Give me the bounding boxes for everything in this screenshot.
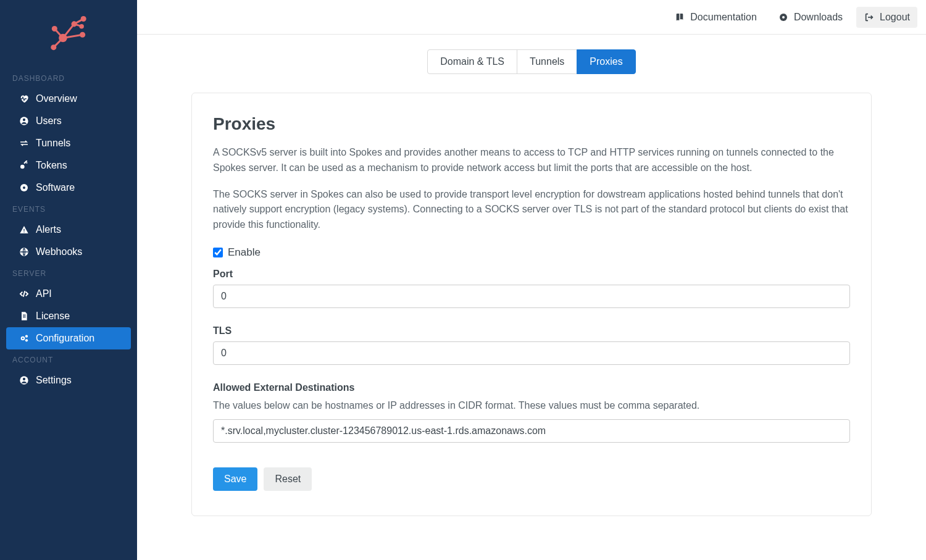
sidebar-item-label: Webhooks bbox=[36, 246, 82, 258]
sidebar-section-title: SERVER bbox=[0, 263, 137, 283]
sidebar-item-api[interactable]: API bbox=[0, 283, 137, 305]
globe-icon bbox=[19, 247, 30, 257]
sidebar-section-title: DASHBOARD bbox=[0, 68, 137, 88]
port-input[interactable] bbox=[213, 285, 850, 308]
sidebar-item-alerts[interactable]: Alerts bbox=[0, 219, 137, 241]
svg-point-15 bbox=[20, 165, 25, 169]
svg-point-6 bbox=[59, 34, 67, 43]
sidebar-item-configuration[interactable]: Configuration bbox=[6, 327, 131, 349]
svg-point-8 bbox=[52, 26, 57, 31]
topbar: Documentation Downloads Logout bbox=[137, 0, 926, 35]
logout-label: Logout bbox=[880, 12, 910, 23]
sidebar-item-label: Overview bbox=[36, 93, 77, 105]
enable-row[interactable]: Enable bbox=[213, 246, 850, 259]
description-1: A SOCKSv5 server is built into Spokes an… bbox=[213, 145, 850, 176]
proxies-card: Proxies A SOCKSv5 server is built into S… bbox=[191, 93, 872, 516]
downloads-label: Downloads bbox=[794, 12, 843, 23]
sidebar-item-users[interactable]: Users bbox=[0, 110, 137, 132]
exchange-icon bbox=[19, 138, 30, 148]
sidebar-item-label: Software bbox=[36, 182, 75, 194]
allowed-input[interactable] bbox=[213, 419, 850, 443]
sidebar-item-label: Tokens bbox=[36, 159, 67, 172]
downloads-link[interactable]: Downloads bbox=[770, 7, 850, 28]
network-logo-icon bbox=[45, 12, 92, 54]
logout-button[interactable]: Logout bbox=[856, 7, 917, 28]
tabs: Domain & TLSTunnelsProxies bbox=[161, 49, 903, 74]
disc-icon bbox=[778, 12, 789, 22]
sidebar-item-settings[interactable]: Settings bbox=[0, 369, 137, 391]
svg-point-30 bbox=[782, 16, 785, 19]
enable-label: Enable bbox=[228, 246, 261, 259]
description-2: The SOCKS server in Spokes can also be u… bbox=[213, 187, 850, 233]
sidebar-item-label: Configuration bbox=[36, 332, 94, 345]
tab-tunnels[interactable]: Tunnels bbox=[517, 49, 577, 74]
svg-point-24 bbox=[22, 338, 23, 339]
svg-point-19 bbox=[23, 186, 25, 189]
tab-proxies[interactable]: Proxies bbox=[577, 49, 635, 74]
svg-rect-20 bbox=[23, 229, 24, 231]
tls-label: TLS bbox=[213, 325, 850, 336]
documentation-label: Documentation bbox=[690, 12, 757, 23]
sidebar: DASHBOARDOverviewUsersTunnelsTokensSoftw… bbox=[0, 0, 137, 560]
enable-checkbox[interactable] bbox=[213, 248, 223, 257]
sidebar-item-webhooks[interactable]: Webhooks bbox=[0, 241, 137, 263]
warning-icon bbox=[19, 225, 30, 235]
sidebar-item-overview[interactable]: Overview bbox=[0, 88, 137, 110]
code-icon bbox=[19, 289, 30, 299]
svg-point-26 bbox=[25, 339, 28, 341]
sidebar-item-label: API bbox=[36, 288, 52, 300]
svg-point-10 bbox=[81, 16, 86, 22]
key-icon bbox=[19, 161, 30, 170]
disc-icon bbox=[19, 183, 30, 193]
allowed-label: Allowed External Destinations bbox=[213, 382, 850, 393]
sidebar-item-tokens[interactable]: Tokens bbox=[0, 154, 137, 177]
book-icon bbox=[674, 12, 685, 22]
reset-button[interactable]: Reset bbox=[264, 467, 312, 491]
sidebar-item-label: Settings bbox=[36, 374, 72, 387]
user-circle-icon bbox=[19, 375, 30, 385]
sidebar-item-label: Tunnels bbox=[36, 137, 70, 149]
sidebar-item-label: License bbox=[36, 310, 70, 322]
sidebar-item-license[interactable]: License bbox=[0, 305, 137, 327]
documentation-link[interactable]: Documentation bbox=[667, 7, 764, 28]
cogs-icon bbox=[19, 333, 30, 343]
save-button[interactable]: Save bbox=[213, 467, 257, 491]
sidebar-item-software[interactable]: Software bbox=[0, 177, 137, 199]
sidebar-item-label: Users bbox=[36, 115, 62, 127]
file-icon bbox=[19, 311, 30, 321]
svg-point-14 bbox=[23, 119, 25, 121]
port-label: Port bbox=[213, 269, 850, 280]
sidebar-section-title: ACCOUNT bbox=[0, 349, 137, 369]
heartbeat-icon bbox=[19, 94, 30, 104]
sidebar-item-label: Alerts bbox=[36, 224, 61, 236]
tab-domain-tls[interactable]: Domain & TLS bbox=[427, 49, 517, 74]
svg-point-25 bbox=[25, 335, 28, 338]
tls-input[interactable] bbox=[213, 341, 850, 365]
svg-point-9 bbox=[72, 21, 77, 27]
svg-point-7 bbox=[51, 44, 56, 50]
svg-point-28 bbox=[23, 378, 25, 380]
svg-point-11 bbox=[79, 24, 84, 29]
logout-icon bbox=[864, 12, 875, 22]
svg-rect-17 bbox=[26, 162, 27, 164]
user-circle-icon bbox=[19, 116, 30, 126]
sidebar-item-tunnels[interactable]: Tunnels bbox=[0, 132, 137, 154]
page-title: Proxies bbox=[213, 114, 850, 134]
sidebar-section-title: EVENTS bbox=[0, 199, 137, 219]
svg-point-12 bbox=[80, 32, 85, 38]
allowed-help: The values below can be hostnames or IP … bbox=[213, 398, 850, 413]
svg-rect-21 bbox=[23, 232, 24, 232]
logo bbox=[0, 7, 137, 68]
